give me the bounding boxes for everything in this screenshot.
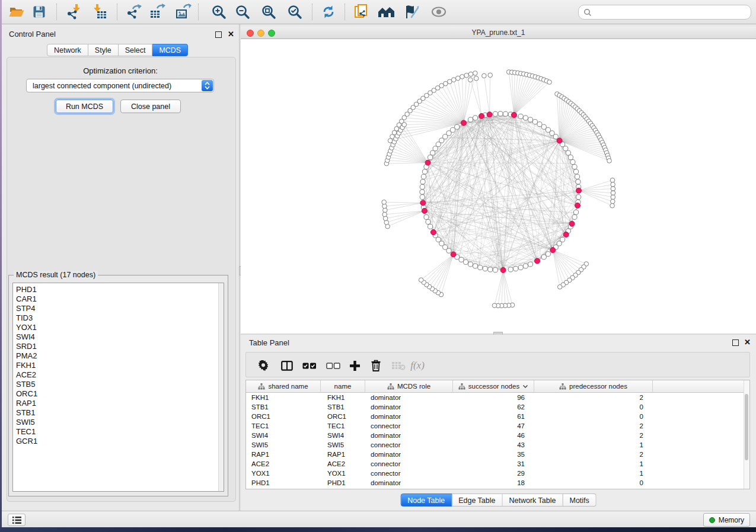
first-neighbors-button[interactable] (376, 2, 396, 22)
node-table: shared namenameMCDS rolesuccessor nodesp… (245, 380, 750, 489)
column-label: shared name (268, 383, 308, 390)
export-network-button[interactable] (124, 2, 144, 22)
network-graph[interactable] (241, 39, 756, 334)
run-mcds-button[interactable]: Run MCDS (56, 100, 113, 113)
zoom-selected-button[interactable] (285, 2, 305, 22)
zoom-in-button[interactable] (209, 2, 229, 22)
mcds-list-scrollbar[interactable] (218, 283, 224, 491)
function-builder-button[interactable]: f(x) (409, 357, 426, 374)
show-hide-panels-button[interactable] (429, 2, 449, 22)
tab-mcds[interactable]: MCDS (152, 44, 188, 56)
save-session-button[interactable] (29, 2, 49, 22)
cell: 2 (534, 450, 653, 459)
column-label: predecessor nodes (569, 383, 627, 390)
column-header-successor-nodes[interactable]: successor nodes (453, 380, 534, 393)
search-field[interactable] (578, 5, 751, 20)
close-panel-button[interactable]: Close panel (120, 100, 181, 113)
memory-button[interactable]: Memory (703, 513, 750, 527)
column-header-name[interactable]: name (321, 380, 365, 393)
cell: RAP1 (246, 450, 321, 459)
search-input[interactable] (595, 8, 746, 17)
cell: dominator (365, 402, 453, 412)
table-scrollbar[interactable] (744, 380, 749, 489)
tab-style[interactable]: Style (88, 44, 119, 56)
table-row[interactable]: TEC1TEC1connector472 (246, 421, 744, 431)
cell: TEC1 (321, 421, 365, 431)
column-type-icon (258, 383, 265, 390)
zoom-in-icon (211, 4, 227, 20)
cell: 2 (534, 421, 653, 431)
tab-motifs[interactable]: Motifs (563, 493, 596, 507)
table-row[interactable]: STB1STB1dominator620 (246, 402, 744, 412)
zoom-fit-icon (261, 4, 277, 20)
tab-node-table[interactable]: Node Table (400, 493, 452, 507)
open-file-button[interactable] (7, 2, 27, 22)
zoom-out-button[interactable] (232, 2, 253, 22)
cell: 0 (534, 402, 653, 412)
table-row[interactable]: SWI5SWI5connector431 (246, 440, 744, 450)
mcds-result-item: GCR1 (13, 437, 218, 446)
close-panel-icon[interactable]: ✕ (228, 31, 234, 37)
status-bar: Memory (2, 511, 756, 527)
tab-network[interactable]: Network (47, 44, 88, 56)
cell: 31 (453, 459, 534, 469)
close-panel-icon[interactable]: ✕ (744, 339, 751, 345)
columns-icon (281, 361, 293, 371)
table-row[interactable]: FKH1FKH1dominator962 (246, 393, 744, 402)
add-column-button[interactable] (346, 357, 363, 374)
scrollbar-thumb[interactable] (745, 394, 748, 460)
network-from-selection-button[interactable] (351, 2, 371, 22)
cell: PHD1 (321, 478, 365, 488)
delete-table-button[interactable] (390, 357, 407, 374)
table-row[interactable]: ORC1ORC1dominator610 (246, 412, 744, 421)
table-settings-button[interactable] (254, 357, 272, 374)
toolbar-separator (117, 4, 117, 20)
zoom-fit-button[interactable] (259, 2, 279, 22)
cell (653, 469, 744, 478)
tab-network-table[interactable]: Network Table (503, 493, 563, 507)
float-window-icon[interactable] (732, 339, 739, 346)
float-window-icon[interactable] (215, 31, 222, 38)
table-row[interactable]: RAP1RAP1dominator352 (246, 450, 744, 459)
plus-icon (349, 360, 361, 371)
tab-edge-table[interactable]: Edge Table (452, 493, 502, 507)
import-network-button[interactable] (64, 2, 84, 22)
cell: 1 (534, 469, 653, 478)
cell: 2 (534, 393, 653, 402)
cell: RAP1 (321, 450, 365, 459)
export-network-icon (126, 4, 142, 20)
toolbar-separator (56, 4, 57, 20)
import-table-button[interactable] (90, 2, 110, 22)
export-table-button[interactable] (147, 2, 167, 22)
save-icon (32, 5, 46, 19)
cell: SWI4 (246, 431, 321, 440)
table-row[interactable]: ACE2ACE2connector311 (246, 459, 744, 469)
import-table-icon (91, 4, 108, 20)
network-window-titlebar[interactable]: YPA_prune.txt_1 (241, 27, 756, 39)
table-row[interactable]: YOX1YOX1connector291 (246, 469, 744, 478)
column-layout-button[interactable] (278, 357, 296, 374)
column-header-shared-name[interactable]: shared name (246, 380, 321, 393)
task-history-button[interactable] (8, 514, 25, 526)
control-panel: Control Panel ✕ NetworkStyleSelectMCDS O… (2, 24, 239, 511)
column-header-predecessor-nodes[interactable]: predecessor nodes (534, 380, 653, 393)
desktop-edge-bottom (0, 527, 756, 532)
column-header-filler (653, 380, 744, 393)
criterion-select[interactable]: largest connected component (undirected) (26, 79, 214, 92)
table-row[interactable]: SWI4SWI4dominator462 (246, 431, 744, 440)
table-row[interactable]: PHD1PHD1dominator180 (246, 478, 744, 488)
column-header-mcds-role[interactable]: MCDS role (365, 380, 453, 393)
mcds-result-item: TID3 (13, 313, 218, 323)
deselect-all-button[interactable] (324, 357, 342, 374)
cell: STB1 (321, 402, 365, 412)
refresh-button[interactable] (318, 2, 339, 22)
mcds-result-list[interactable]: PHD1CAR1STP4TID3YOX1SWI4SRD1PMA2FKH1ACE2… (12, 283, 224, 492)
export-image-button[interactable] (173, 2, 193, 22)
unchecked-boxes-icon (326, 363, 340, 369)
toolbar-separator (312, 4, 312, 20)
graphics-details-button[interactable] (402, 2, 422, 22)
cell (653, 459, 744, 469)
delete-column-button[interactable] (367, 357, 385, 374)
select-all-button[interactable] (301, 357, 318, 374)
tab-select[interactable]: Select (119, 44, 153, 56)
